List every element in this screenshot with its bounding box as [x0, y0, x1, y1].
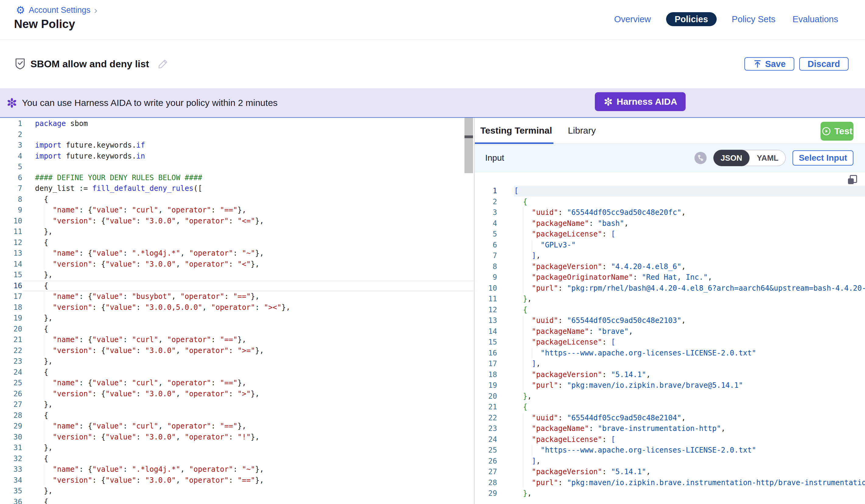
code-line-20[interactable]: 20 { [0, 324, 474, 335]
line-number: 36 [0, 497, 22, 504]
json-line-1[interactable]: 1[ [475, 186, 865, 197]
code-line-21[interactable]: 21 "name": {"value": "curl", "operator":… [0, 335, 474, 345]
copy-icon[interactable] [848, 175, 857, 184]
code-line-8[interactable]: 8 { [0, 194, 474, 205]
json-line-9[interactable]: 9 "packageOriginatorName": "Red Hat, Inc… [475, 272, 865, 283]
json-line-23[interactable]: 23 "packageName": "brave-instrumentation… [475, 423, 865, 434]
json-line-3[interactable]: 3 "uuid": "65544df05cc9ad50c48e20fc", [475, 207, 865, 218]
scrollbar-thumb[interactable] [464, 118, 473, 173]
line-number: 12 [0, 237, 22, 248]
edit-pencil-icon[interactable] [157, 58, 169, 70]
json-line-22[interactable]: 22 "uuid": "65544df05cc9ad50c48e2104", [475, 413, 865, 424]
json-line-13[interactable]: 13 "uuid": "65544df05cc9ad50c48e2103", [475, 315, 865, 326]
json-line-19[interactable]: 19 "purl": "pkg:maven/io.zipkin.brave/br… [475, 380, 865, 391]
save-button[interactable]: Save [745, 57, 794, 71]
json-line-11[interactable]: 11 }, [475, 294, 865, 305]
fork-icon [694, 152, 707, 164]
code-line-27[interactable]: 27 }, [0, 399, 474, 410]
code-line-22[interactable]: 22 "version": {"value": "3.0.0", "operat… [0, 345, 474, 356]
code-line-26[interactable]: 26 "version": {"value": "3.0.0", "operat… [0, 389, 474, 400]
code-line-17[interactable]: 17 "name": {"value": "busybot", "operato… [0, 291, 474, 302]
breadcrumb-account-settings-link[interactable]: Account Settings [28, 5, 91, 15]
policy-bar: SBOM allow and deny list Save Discard [0, 39, 865, 88]
line-number: 27 [475, 467, 497, 478]
code-line-15[interactable]: 15 }, [0, 270, 474, 281]
format-toggle-json[interactable]: JSON [713, 150, 750, 166]
json-line-14[interactable]: 14 "packageName": "brave", [475, 326, 865, 337]
select-input-button[interactable]: Select Input [793, 150, 853, 166]
code-line-4[interactable]: 4import future.keywords.in [0, 151, 474, 162]
code-line-2[interactable]: 2 [0, 129, 474, 140]
line-number: 2 [475, 197, 497, 208]
code-line-34[interactable]: 34 "version": {"value": "3.0.0", "operat… [0, 475, 474, 486]
code-line-28[interactable]: 28 { [0, 410, 474, 421]
code-line-14[interactable]: 14 "version": {"value": "3.0.0", "operat… [0, 259, 474, 270]
discard-button[interactable]: Discard [799, 57, 849, 71]
code-line-16[interactable]: 16 { [0, 281, 474, 292]
json-line-4[interactable]: 4 "packageName": "bash", [475, 218, 865, 229]
json-line-25[interactable]: 25 "https---www.apache.org-licenses-LICE… [475, 445, 865, 456]
account-settings-gear-icon[interactable]: ⚙ [16, 5, 25, 15]
code-line-18[interactable]: 18 "version": {"value": "3.0.0,5.0.0", "… [0, 302, 474, 313]
json-line-8[interactable]: 8 "packageVersion": "4.4.20-4.el8_6", [475, 261, 865, 272]
json-line-12[interactable]: 12 { [475, 305, 865, 316]
code-line-29[interactable]: 29 "name": {"value": "curl", "operator":… [0, 421, 474, 432]
line-number: 18 [475, 370, 497, 380]
code-line-12[interactable]: 12 { [0, 237, 474, 248]
code-line-31[interactable]: 31 }, [0, 443, 474, 454]
code-line-7[interactable]: 7deny_list := fill_default_deny_rules([ [0, 183, 474, 194]
json-line-2[interactable]: 2 { [475, 197, 865, 208]
json-line-20[interactable]: 20 }, [475, 391, 865, 402]
code-line-36[interactable]: 36 { [0, 497, 474, 504]
code-line-6[interactable]: 6#### DEFINE YOUR DENY RULES BELOW #### [0, 173, 474, 184]
json-line-5[interactable]: 5 "packageLicense": [ [475, 229, 865, 240]
code-line-11[interactable]: 11 }, [0, 226, 474, 237]
code-line-19[interactable]: 19 }, [0, 313, 474, 324]
json-line-17[interactable]: 17 ], [475, 359, 865, 370]
format-toggle-yaml[interactable]: YAML [750, 150, 786, 166]
code-line-33[interactable]: 33 "name": {"value": ".*log4j.*", "opera… [0, 464, 474, 475]
test-button[interactable]: Test [820, 122, 853, 141]
input-json-editor[interactable]: 1[2 {3 "uuid": "65544df05cc9ad50c48e20fc… [475, 172, 865, 504]
policy-code-editor[interactable]: 1package sbom23import future.keywords.if… [0, 118, 475, 504]
json-line-18[interactable]: 18 "packageVersion": "5.14.1", [475, 370, 865, 380]
nav-tab-policy-sets[interactable]: Policy Sets [730, 14, 777, 24]
code-line-32[interactable]: 32 { [0, 454, 474, 465]
line-number: 14 [475, 326, 497, 337]
json-line-24[interactable]: 24 "packageLicense": [ [475, 434, 865, 445]
editor-scrollbar [464, 118, 473, 504]
code-line-25[interactable]: 25 "name": {"value": "curl", "operator":… [0, 378, 474, 389]
line-number: 25 [475, 445, 497, 456]
json-line-29[interactable]: 29 }, [475, 488, 865, 499]
code-line-30[interactable]: 30 "version": {"value": "3.0.0", "operat… [0, 432, 474, 443]
input-bar: Input JSON YAML Select Input [475, 144, 865, 172]
code-line-5[interactable]: 5 [0, 162, 474, 173]
code-line-13[interactable]: 13 "name": {"value": ".*log4j.*", "opera… [0, 248, 474, 259]
tab-testing-terminal[interactable]: Testing Terminal [480, 118, 552, 143]
code-line-1[interactable]: 1package sbom [0, 118, 474, 129]
tab-library[interactable]: Library [568, 118, 596, 143]
nav-tab-evaluations[interactable]: Evaluations [791, 14, 840, 24]
policy-actions: Save Discard [745, 57, 849, 71]
json-line-10[interactable]: 10 "purl": "pkg:rpm/rhel/bash@4.4.20-4.e… [475, 283, 865, 294]
nav-tab-policies[interactable]: Policies [666, 12, 717, 26]
json-line-16[interactable]: 16 "https---www.apache.org-licenses-LICE… [475, 348, 865, 359]
nav-tab-overview[interactable]: Overview [612, 14, 653, 24]
code-line-3[interactable]: 3import future.keywords.if [0, 140, 474, 151]
json-line-27[interactable]: 27 "packageVersion": "5.14.1", [475, 467, 865, 478]
code-line-10[interactable]: 10 "version": {"value": "3.0.0", "operat… [0, 216, 474, 227]
code-line-9[interactable]: 9 "name": {"value": "curl", "operator": … [0, 205, 474, 216]
json-line-28[interactable]: 28 "purl": "pkg:maven/io.zipkin.brave.in… [475, 478, 865, 489]
harness-aida-button[interactable]: Harness AIDA [595, 92, 685, 111]
line-number: 7 [475, 250, 497, 261]
input-json-lines: 1[2 {3 "uuid": "65544df05cc9ad50c48e20fc… [475, 186, 865, 499]
code-line-24[interactable]: 24 { [0, 367, 474, 378]
code-line-35[interactable]: 35 }, [0, 486, 474, 497]
json-line-26[interactable]: 26 ], [475, 456, 865, 467]
json-line-15[interactable]: 15 "packageLicense": [ [475, 337, 865, 348]
line-number: 12 [475, 305, 497, 316]
json-line-6[interactable]: 6 "GPLv3-" [475, 240, 865, 251]
json-line-21[interactable]: 21 { [475, 402, 865, 413]
code-line-23[interactable]: 23 }, [0, 356, 474, 367]
json-line-7[interactable]: 7 ], [475, 250, 865, 261]
